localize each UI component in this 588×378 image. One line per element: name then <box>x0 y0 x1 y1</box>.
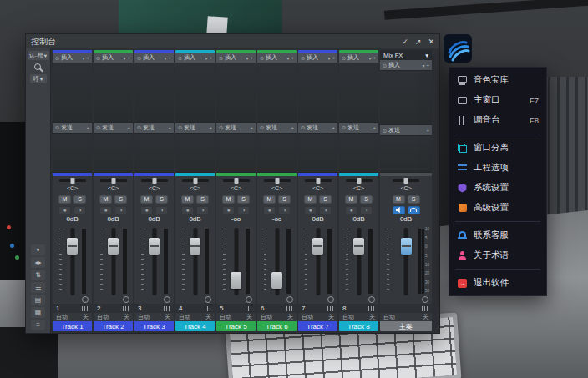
chevron-down-icon[interactable]: ▾ <box>422 63 424 68</box>
clip-indicator-icon[interactable] <box>368 296 375 303</box>
chevron-down-icon[interactable]: ▾ <box>123 55 125 61</box>
channel-strip[interactable]: ⊙ 插入 ▾ + ⊙ 发送 + <C> M S ● ◑ 0dB <box>175 50 215 331</box>
add-icon[interactable]: + <box>291 125 294 130</box>
sends-rack[interactable] <box>257 133 297 173</box>
mute-button[interactable]: M <box>222 195 235 204</box>
meter-bars-icon[interactable] <box>82 306 89 311</box>
sends-header[interactable]: ⊙ 发送 + <box>53 123 92 133</box>
fader[interactable] <box>316 228 320 295</box>
fader-thumb[interactable] <box>231 272 241 289</box>
pan-slider[interactable] <box>175 176 215 185</box>
menu-item[interactable]: 调音台F8 <box>449 110 546 130</box>
channel-db[interactable]: 0dB <box>94 215 133 224</box>
main-inserts-header[interactable]: ⊙ 插入 ▾ + <box>380 60 432 70</box>
automation-row[interactable]: 自动 关 <box>257 313 297 321</box>
record-arm-button[interactable]: ● <box>304 206 317 214</box>
wrench-icon[interactable] <box>33 63 43 73</box>
record-arm-button[interactable]: ● <box>181 206 194 214</box>
channel-strip[interactable]: ⊙ 插入 ▾ + ⊙ 发送 + <C> M S ● ◑ 0dB <box>339 50 378 331</box>
sends-header[interactable]: ⊙ 发送 + <box>216 123 256 133</box>
track-name[interactable]: Track 4 <box>175 321 215 331</box>
mute-button[interactable]: M <box>58 195 71 204</box>
pin-icon[interactable]: ✓ <box>402 38 408 46</box>
chevron-down-icon[interactable]: ▾ <box>246 55 248 61</box>
automation-row[interactable]: 自动 关 <box>298 313 337 321</box>
record-arm-button[interactable]: ● <box>140 206 153 214</box>
channel-strip[interactable]: ⊙ 插入 ▾ + ⊙ 发送 + <C> M S ● ◑ 0dB <box>53 50 92 331</box>
automation-row[interactable]: 自动 关 <box>175 313 215 321</box>
clip-indicator-icon[interactable] <box>123 296 129 303</box>
add-icon[interactable]: + <box>373 125 376 130</box>
fader-thumb[interactable] <box>149 238 160 255</box>
power-icon[interactable]: ⊙ <box>301 124 305 130</box>
fader[interactable] <box>70 228 74 295</box>
add-icon[interactable]: + <box>209 125 212 130</box>
inserts-rack[interactable] <box>339 63 378 123</box>
power-icon[interactable]: ⊙ <box>55 124 59 130</box>
track-name[interactable]: Track 7 <box>298 321 337 331</box>
fader[interactable] <box>275 228 279 295</box>
main-db-value[interactable]: 0dB <box>380 215 432 224</box>
inserts-rack[interactable] <box>216 63 256 123</box>
power-icon[interactable]: ⊙ <box>260 55 264 61</box>
pan-value[interactable]: <C> <box>94 185 133 194</box>
automation-row[interactable]: 自动 关 <box>134 313 174 321</box>
monitor-button[interactable]: ◑ <box>319 206 332 214</box>
pan-value[interactable]: <C> <box>339 185 378 194</box>
rack-icon[interactable]: ▤ <box>31 295 45 305</box>
chevron-down-icon[interactable]: ▾ <box>286 55 289 61</box>
clip-indicator-icon[interactable] <box>286 296 293 303</box>
power-icon[interactable]: ⊙ <box>96 124 100 130</box>
updown-icon[interactable]: ⇅ <box>31 270 45 280</box>
meter-bars-icon[interactable] <box>327 306 334 311</box>
power-icon[interactable]: ⊙ <box>178 55 182 61</box>
menu-item[interactable]: 联系客服 <box>449 225 546 245</box>
solo-button[interactable]: S <box>74 195 86 204</box>
chevron-down-icon[interactable]: ▾ <box>82 55 84 61</box>
main-speaker-button[interactable] <box>393 206 405 214</box>
pan-thumb[interactable] <box>234 178 238 184</box>
solo-button[interactable]: S <box>196 195 209 204</box>
fader[interactable] <box>152 228 156 295</box>
add-icon[interactable]: + <box>373 55 376 60</box>
close-icon[interactable]: ✕ <box>428 38 434 46</box>
fader[interactable] <box>357 228 361 295</box>
meter-bars-icon[interactable] <box>246 306 252 311</box>
float-icon[interactable]: ↗ <box>415 38 422 46</box>
pan-slider[interactable] <box>257 176 297 185</box>
menu-icon[interactable]: ≡ <box>31 320 45 330</box>
power-icon[interactable]: ⊙ <box>137 124 141 130</box>
sends-header[interactable]: ⊙ 发送 + <box>175 123 215 133</box>
fader-thumb[interactable] <box>190 238 200 255</box>
inserts-header[interactable]: ⊙ 插入 ▾ + <box>216 53 256 63</box>
meter-bars-icon[interactable] <box>205 306 211 311</box>
inserts-header[interactable]: ⊙ 插入 ▾ + <box>298 53 337 63</box>
meter-bars-icon[interactable] <box>123 306 129 311</box>
monitor-button[interactable]: ◑ <box>360 206 373 214</box>
fader-thumb[interactable] <box>271 272 282 289</box>
meter-bars-icon[interactable] <box>164 306 170 311</box>
channel-strip[interactable]: ⊙ 插入 ▾ + ⊙ 发送 + <C> M S ● ◑ 0dB <box>94 50 133 331</box>
mute-button[interactable]: M <box>140 195 153 204</box>
main-sends-header[interactable]: ⊙ 发送 + <box>380 125 432 135</box>
power-icon[interactable]: ⊙ <box>178 124 182 130</box>
main-pan-value[interactable]: <C> <box>380 185 432 194</box>
power-icon[interactable]: ⊙ <box>301 55 305 61</box>
monitor-button[interactable]: ◑ <box>237 206 250 214</box>
record-arm-button[interactable]: ● <box>345 206 357 214</box>
pan-slider[interactable] <box>53 176 92 185</box>
add-icon[interactable]: + <box>250 125 253 130</box>
menu-item[interactable]: 主窗口F7 <box>449 90 546 110</box>
mute-button[interactable]: M <box>304 195 317 204</box>
sends-header[interactable]: ⊙ 发送 + <box>134 123 174 133</box>
inserts-header[interactable]: ⊙ 插入 ▾ + <box>175 53 215 63</box>
sends-rack[interactable] <box>175 133 215 173</box>
sends-header[interactable]: ⊙ 发送 + <box>298 123 337 133</box>
clip-indicator-icon[interactable] <box>422 296 428 303</box>
fader[interactable] <box>111 228 115 295</box>
sends-rack[interactable] <box>94 133 133 173</box>
clip-indicator-icon[interactable] <box>164 296 170 303</box>
menu-item[interactable]: 系统设置 <box>449 178 546 198</box>
main-listen-button[interactable] <box>408 206 420 214</box>
add-icon[interactable]: + <box>291 55 294 60</box>
